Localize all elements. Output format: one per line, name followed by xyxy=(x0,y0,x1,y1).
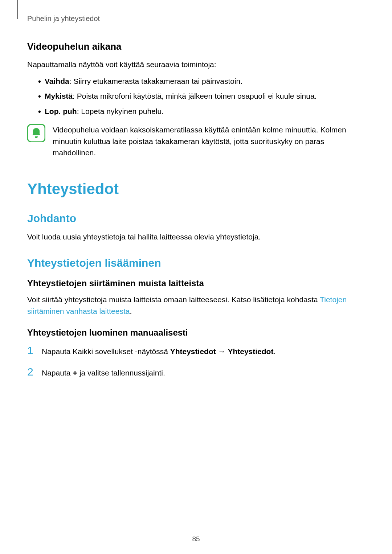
list-item: Mykistä: Poista mikrofoni käytöstä, mink… xyxy=(38,90,365,102)
main-title-contacts: Yhteystiedot xyxy=(27,180,365,198)
page-header: Puhelin ja yhteystiedot xyxy=(27,15,365,23)
sub-title-adding: Yhteystietojen lisääminen xyxy=(27,257,365,269)
step-number: 1 xyxy=(27,345,34,356)
notification-icon xyxy=(27,124,45,142)
margin-line xyxy=(17,0,18,19)
document-page: Puhelin ja yhteystiedot Videopuhelun aik… xyxy=(0,0,392,554)
step-bold1: Yhteystiedot xyxy=(170,347,216,356)
step-arrow: → xyxy=(216,347,228,356)
bullet-rest: : Siirry etukamerasta takakameraan tai p… xyxy=(69,77,242,85)
step-text: Napauta + ja valitse tallennussijainti. xyxy=(42,367,165,379)
step-bold2: Yhteystiedot xyxy=(228,347,273,356)
sub-title-intro: Johdanto xyxy=(27,212,365,225)
step-text: Napauta Kaikki sovellukset -näytössä Yht… xyxy=(42,346,275,357)
intro-text: Napauttamalla näyttöä voit käyttää seura… xyxy=(27,59,365,70)
list-item: Lop. puh: Lopeta nykyinen puhelu. xyxy=(38,106,365,117)
bullet-bold: Lop. puh xyxy=(45,107,77,115)
page-number: 85 xyxy=(192,535,200,543)
sub-heading-transfer: Yhteystietojen siirtäminen muista laitte… xyxy=(27,278,365,288)
step-before: Napauta Kaikki sovellukset -näytössä xyxy=(42,347,170,356)
text-before-link: Voit siirtää yhteystietoja muista laitte… xyxy=(27,295,320,304)
step-item: 2 Napauta + ja valitse tallennussijainti… xyxy=(27,366,365,379)
section-heading-video-call: Videopuhelun aikana xyxy=(27,41,365,52)
bullet-rest: : Lopeta nykyinen puhelu. xyxy=(77,107,164,115)
step-item: 1 Napauta Kaikki sovellukset -näytössä Y… xyxy=(27,345,365,357)
step-before: Napauta xyxy=(42,369,73,377)
step-number: 2 xyxy=(27,366,34,377)
intro-body: Voit luoda uusia yhteystietoja tai halli… xyxy=(27,231,365,243)
numbered-steps: 1 Napauta Kaikki sovellukset -näytössä Y… xyxy=(27,345,365,379)
bullet-list-functions: Vaihda: Siirry etukamerasta takakameraan… xyxy=(27,75,365,117)
step-after: . xyxy=(273,347,275,356)
bullet-rest: : Poista mikrofoni käytöstä, minkä jälke… xyxy=(73,92,317,100)
transfer-text: Voit siirtää yhteystietoja muista laitte… xyxy=(27,294,365,317)
sub-heading-manual: Yhteystietojen luominen manuaalisesti xyxy=(27,328,365,338)
plus-icon: + xyxy=(73,367,77,379)
bullet-bold: Mykistä xyxy=(45,92,73,100)
info-callout: Videopuhelua voidaan kaksoiskameratilass… xyxy=(27,124,365,159)
text-after-link: . xyxy=(130,307,132,315)
step-after: ja valitse tallennussijainti. xyxy=(77,369,165,377)
bullet-bold: Vaihda xyxy=(45,77,69,85)
info-text: Videopuhelua voidaan kaksoiskameratilass… xyxy=(53,124,365,159)
list-item: Vaihda: Siirry etukamerasta takakameraan… xyxy=(38,75,365,87)
